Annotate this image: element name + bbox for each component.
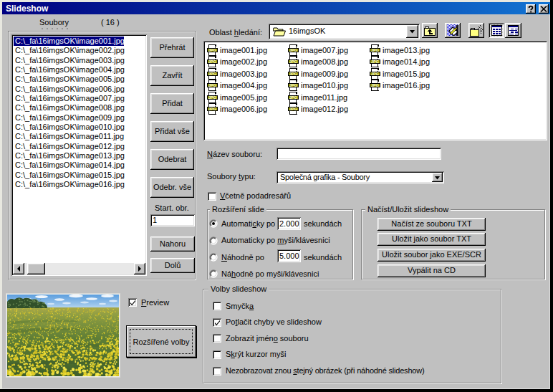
svg-text:JPG: JPG (208, 107, 216, 111)
svg-text:JPG: JPG (371, 72, 379, 76)
svg-text:JPG: JPG (289, 83, 297, 87)
svg-text:JPG: JPG (208, 95, 216, 100)
svg-text:JPG: JPG (289, 95, 297, 100)
svg-text:JPG: JPG (289, 107, 297, 111)
svg-text:JPG: JPG (289, 48, 297, 52)
svg-text:JPG: JPG (289, 72, 297, 76)
svg-text:JPG: JPG (371, 83, 379, 87)
svg-text:JPG: JPG (208, 48, 216, 52)
svg-text:JPG: JPG (208, 59, 216, 64)
svg-text:JPG: JPG (208, 72, 216, 76)
svg-text:JPG: JPG (208, 83, 216, 87)
svg-text:JPG: JPG (371, 48, 379, 52)
svg-text:JPG: JPG (289, 59, 297, 64)
svg-text:JPG: JPG (371, 59, 379, 64)
